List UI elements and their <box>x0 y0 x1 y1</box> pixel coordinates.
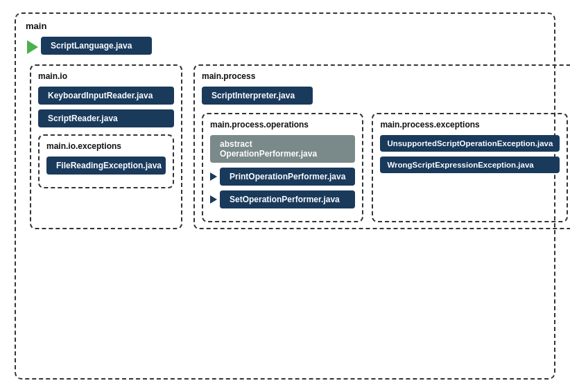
pkg-operations: main.process.operations abstract Operati… <box>202 113 363 222</box>
pkg-proc-exceptions-label: main.process.exceptions <box>380 120 560 130</box>
print-operation-performer-class: PrintOperationPerformer.java <box>220 168 355 186</box>
pkg-io-label: main.io <box>38 71 174 81</box>
unsupported-script-operation-exception-class: UnsupportedScriptOperationException.java <box>380 135 560 152</box>
pkg-io: main.io KeyboardInputReader.java ScriptR… <box>30 64 182 229</box>
process-top: ScriptInterpreter.java <box>202 87 568 105</box>
pkg-process: main.process ScriptInterpreter.java main… <box>193 64 570 229</box>
main-package-label: main <box>26 21 544 31</box>
script-reader-class: ScriptReader.java <box>38 109 174 127</box>
file-reading-exception-class: FileReadingException.java <box>46 157 166 175</box>
abstract-operation-performer-class: abstract OperationPerformer.java <box>210 135 355 163</box>
arrow-icon-print <box>210 172 217 181</box>
script-interpreter-class: ScriptInterpreter.java <box>202 87 313 105</box>
pkg-process-label: main.process <box>202 71 568 81</box>
wrong-script-expression-exception-class: WrongScriptExpressionException.java <box>380 157 560 173</box>
pkg-io-exceptions: main.io.exceptions FileReadingException.… <box>38 134 174 188</box>
io-classes-list: KeyboardInputReader.java ScriptReader.ja… <box>38 87 174 127</box>
top-class-row: ScriptLanguage.java <box>30 37 544 55</box>
set-operation-row: SetOperationPerformer.java <box>210 190 355 208</box>
diagram-root: main ScriptLanguage.java main.io Keyboar… <box>15 12 555 380</box>
process-sub-row: main.process.operations abstract Operati… <box>202 113 568 222</box>
arrow-icon-set <box>210 195 217 204</box>
pkg-io-exceptions-label: main.io.exceptions <box>46 141 166 151</box>
set-operation-performer-class: SetOperationPerformer.java <box>220 190 355 208</box>
proc-exceptions-list: UnsupportedScriptOperationException.java… <box>380 135 560 173</box>
print-operation-row: PrintOperationPerformer.java <box>210 168 355 186</box>
pkg-proc-exceptions: main.process.exceptions UnsupportedScrip… <box>372 113 568 222</box>
sub-packages-row: main.io KeyboardInputReader.java ScriptR… <box>30 64 544 229</box>
keyboard-input-reader-class: KeyboardInputReader.java <box>38 87 174 105</box>
pkg-operations-label: main.process.operations <box>210 120 355 130</box>
script-language-class: ScriptLanguage.java <box>41 37 152 55</box>
io-exceptions-list: FileReadingException.java <box>46 157 166 175</box>
operations-classes-list: abstract OperationPerformer.java PrintOp… <box>210 135 355 208</box>
green-arrow-icon <box>27 40 38 54</box>
